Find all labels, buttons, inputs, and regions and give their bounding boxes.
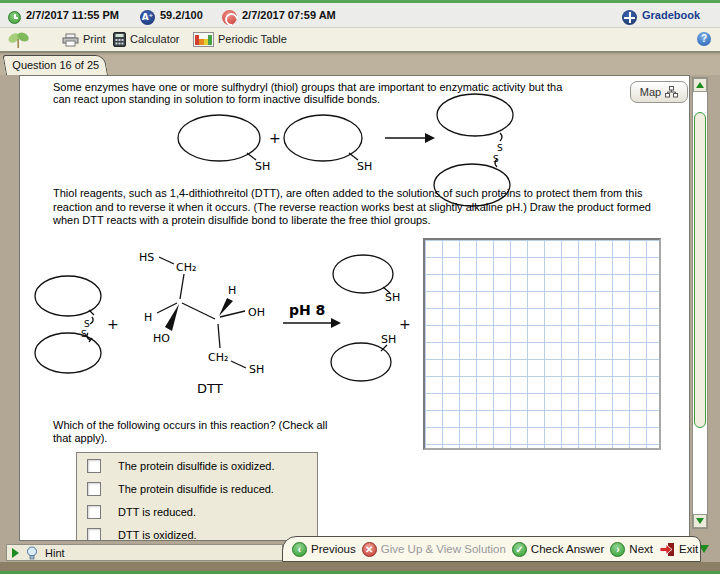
exit-button[interactable]: Exit bbox=[659, 542, 698, 557]
map-button[interactable]: Map bbox=[630, 81, 688, 103]
checkbox-dtt-reduced[interactable] bbox=[87, 505, 101, 519]
give-up-button[interactable]: ✕ Give Up & View Solution bbox=[362, 542, 506, 557]
periodic-table-icon bbox=[193, 32, 214, 47]
dtt-ho-label: HO bbox=[153, 332, 170, 345]
open-date-icon bbox=[222, 10, 237, 25]
calculator-label: Calculator bbox=[130, 28, 180, 51]
sitemap-icon bbox=[665, 86, 678, 98]
previous-icon: ‹ bbox=[292, 542, 307, 557]
action-button-tray: ‹ Previous ✕ Give Up & View Solution ✓ C… bbox=[282, 536, 701, 562]
question-content-panel: Some enzymes have one or more sulfhydryl… bbox=[19, 75, 690, 541]
gradebook-link[interactable]: Gradebook bbox=[642, 3, 700, 28]
print-label: Print bbox=[83, 28, 106, 51]
check-answer-label: Check Answer bbox=[531, 543, 605, 555]
assignment-player-window: 2/7/2017 11:55 PM A⁺ 59.2/100 2/7/2017 0… bbox=[0, 0, 720, 574]
diagram1-s-top-label: S bbox=[497, 143, 503, 153]
up-arrow-icon bbox=[696, 82, 704, 88]
structure-drawing-canvas[interactable] bbox=[423, 238, 661, 450]
exit-label: Exit bbox=[679, 543, 698, 555]
scrollbar-thumb[interactable] bbox=[694, 112, 706, 428]
diagram2-s-top-label: S bbox=[84, 319, 90, 329]
window-bottom-strip bbox=[0, 562, 720, 571]
option-label: DTT is reduced. bbox=[118, 506, 196, 518]
option-label: The protein disulfide is reduced. bbox=[118, 483, 274, 495]
scroll-down-button[interactable] bbox=[693, 514, 707, 528]
checklist-prompt: Which of the following occurs in this re… bbox=[53, 419, 393, 445]
help-icon[interactable]: ? bbox=[697, 32, 711, 46]
check-answer-button[interactable]: ✓ Check Answer bbox=[512, 542, 605, 557]
option-row-dtt-reduced[interactable]: DTT is reduced. bbox=[87, 501, 317, 522]
diagram2-s-bottom-label: S bbox=[81, 329, 87, 339]
previous-button[interactable]: ‹ Previous bbox=[292, 542, 356, 557]
dtt-ch2-bottom-label: CH₂ bbox=[208, 351, 228, 364]
gradebook-icon[interactable] bbox=[622, 10, 637, 25]
periodic-table-label: Periodic Table bbox=[218, 28, 287, 51]
calculator-button[interactable]: Calculator bbox=[113, 28, 180, 51]
status-bar: 2/7/2017 11:55 PM A⁺ 59.2/100 2/7/2017 0… bbox=[0, 3, 720, 28]
tab-question-16-of-25[interactable]: Question 16 of 25 bbox=[2, 55, 108, 75]
exit-icon bbox=[659, 542, 675, 557]
dtt-oh-label: OH bbox=[248, 306, 265, 319]
hint-label: Hint bbox=[45, 547, 65, 559]
check-answer-icon: ✓ bbox=[512, 542, 527, 557]
open-datetime: 2/7/2017 07:59 AM bbox=[242, 3, 336, 28]
vertical-scrollbar[interactable] bbox=[692, 77, 708, 529]
product-sh-bottom-label: SH bbox=[381, 333, 396, 346]
checkbox-dtt-oxidized[interactable] bbox=[87, 528, 101, 542]
down-arrow-icon bbox=[696, 518, 704, 524]
next-button[interactable]: › Next bbox=[610, 542, 653, 557]
calculator-icon bbox=[113, 32, 126, 47]
due-datetime: 2/7/2017 11:55 PM bbox=[26, 3, 119, 28]
product-sh-top-label: SH bbox=[385, 291, 400, 304]
ph-condition-label: pH 8 bbox=[289, 302, 325, 318]
dtt-ch2-top-label: CH₂ bbox=[176, 261, 196, 274]
diagram2-plus-right: + bbox=[399, 316, 411, 332]
question-tab-label: Question 16 of 25 bbox=[5, 56, 105, 75]
prompt-line-2: that apply). bbox=[53, 432, 107, 444]
dtt-sh-chain-label: SH bbox=[249, 363, 264, 376]
dtt-reaction-diagram: S S + HS CH₂ H HO H OH CH₂ SH DTT pH 8 S… bbox=[31, 241, 431, 409]
scroll-up-button[interactable] bbox=[693, 78, 707, 92]
print-button[interactable]: Print bbox=[62, 28, 106, 51]
diagram2-plus-left: + bbox=[107, 316, 119, 332]
next-icon: › bbox=[610, 542, 625, 557]
checkbox-protein-oxidized[interactable] bbox=[87, 459, 101, 473]
checkbox-protein-reduced[interactable] bbox=[87, 482, 101, 496]
give-up-label: Give Up & View Solution bbox=[381, 543, 506, 555]
dtt-h-top-label: H bbox=[228, 284, 236, 297]
due-clock-icon bbox=[8, 11, 21, 24]
option-label: The protein disulfide is oxidized. bbox=[118, 460, 275, 472]
next-label: Next bbox=[629, 543, 653, 555]
plant-logo-icon bbox=[6, 29, 32, 52]
diagram1-plus: + bbox=[269, 130, 281, 146]
toolbar: Print Calculator Periodic Ta bbox=[0, 28, 720, 53]
give-up-icon: ✕ bbox=[362, 542, 377, 557]
dtt-caption: DTT bbox=[197, 381, 223, 396]
hint-bar[interactable]: Hint bbox=[6, 544, 283, 561]
prompt-line-1: Which of the following occurs in this re… bbox=[53, 419, 328, 431]
periodic-table-button[interactable]: Periodic Table bbox=[193, 28, 287, 51]
dtt-hs-label: HS bbox=[139, 251, 154, 264]
diagram1-sh1-label: SH bbox=[255, 160, 270, 173]
score-badge-icon: A⁺ bbox=[140, 10, 155, 25]
body-paragraph: Thiol reagents, such as 1,4-dithiothreit… bbox=[53, 187, 675, 228]
option-row-protein-oxidized[interactable]: The protein disulfide is oxidized. bbox=[87, 455, 317, 476]
score-value: 59.2/100 bbox=[160, 3, 203, 28]
lightbulb-icon bbox=[26, 546, 38, 560]
map-button-label: Map bbox=[640, 86, 661, 98]
option-row-protein-reduced[interactable]: The protein disulfide is reduced. bbox=[87, 478, 317, 499]
tab-strip bbox=[0, 55, 720, 75]
option-row-dtt-oxidized[interactable]: DTT is oxidized. bbox=[87, 524, 317, 541]
answer-options-box: The protein disulfide is oxidized. The p… bbox=[76, 452, 318, 541]
option-label: DTT is oxidized. bbox=[118, 529, 197, 541]
previous-label: Previous bbox=[311, 543, 356, 555]
diagram1-s-bottom-label: S bbox=[493, 154, 499, 164]
dtt-h-left-label: H bbox=[144, 311, 152, 324]
hint-expand-icon bbox=[12, 548, 19, 558]
printer-icon bbox=[62, 33, 79, 47]
diagram1-sh2-label: SH bbox=[357, 160, 372, 173]
